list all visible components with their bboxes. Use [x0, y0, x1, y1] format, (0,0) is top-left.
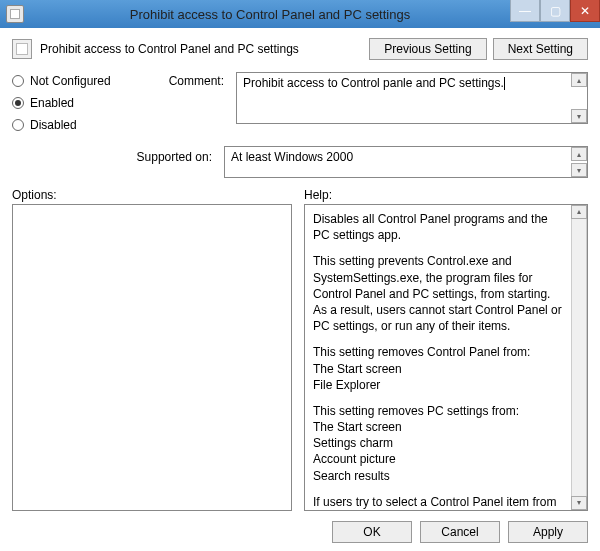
- radio-label: Disabled: [30, 118, 77, 132]
- scroll-down-icon[interactable]: ▾: [571, 109, 587, 123]
- options-panel: [12, 204, 292, 511]
- policy-title: Prohibit access to Control Panel and PC …: [40, 42, 361, 56]
- nav-buttons: Previous Setting Next Setting: [369, 38, 588, 60]
- policy-icon: [12, 39, 32, 59]
- help-text: This setting removes Control Panel from:…: [313, 344, 567, 393]
- window-icon: [6, 5, 24, 23]
- help-text: If users try to select a Control Panel i…: [313, 494, 567, 511]
- panels: Disables all Control Panel programs and …: [12, 204, 588, 511]
- supported-textarea: At least Windows 2000 ▴ ▾: [224, 146, 588, 178]
- radio-label: Enabled: [30, 96, 74, 110]
- help-text: This setting prevents Control.exe and Sy…: [313, 253, 567, 334]
- supported-text: At least Windows 2000: [231, 150, 353, 164]
- help-panel: Disables all Control Panel programs and …: [304, 204, 588, 511]
- radio-not-configured[interactable]: Not Configured: [12, 74, 132, 88]
- content: Prohibit access to Control Panel and PC …: [0, 28, 600, 551]
- panels-header: Options: Help:: [12, 188, 588, 202]
- next-setting-button[interactable]: Next Setting: [493, 38, 588, 60]
- radio-icon: [12, 97, 24, 109]
- previous-setting-button[interactable]: Previous Setting: [369, 38, 486, 60]
- supported-row: Supported on: At least Windows 2000 ▴ ▾: [12, 146, 588, 178]
- comment-textarea[interactable]: Prohibit access to Control panle and PC …: [236, 72, 588, 124]
- config-row: Not Configured Enabled Disabled Comment:…: [12, 72, 588, 140]
- scroll-up-icon[interactable]: ▴: [571, 147, 587, 161]
- help-label: Help:: [304, 188, 332, 202]
- header-row: Prohibit access to Control Panel and PC …: [12, 38, 588, 60]
- window-controls: — ▢ ✕: [510, 0, 600, 28]
- window-title: Prohibit access to Control Panel and PC …: [30, 7, 510, 22]
- apply-button[interactable]: Apply: [508, 521, 588, 543]
- supported-label: Supported on:: [12, 146, 212, 164]
- help-text: This setting removes PC settings from: T…: [313, 403, 567, 484]
- scrollbar[interactable]: [571, 219, 587, 496]
- minimize-button[interactable]: —: [510, 0, 540, 22]
- titlebar: Prohibit access to Control Panel and PC …: [0, 0, 600, 28]
- scroll-down-icon[interactable]: ▾: [571, 496, 587, 510]
- footer-buttons: OK Cancel Apply: [12, 511, 588, 543]
- radio-group: Not Configured Enabled Disabled: [12, 72, 132, 140]
- cancel-button[interactable]: Cancel: [420, 521, 500, 543]
- help-text: Disables all Control Panel programs and …: [313, 211, 567, 243]
- radio-label: Not Configured: [30, 74, 111, 88]
- scroll-up-icon[interactable]: ▴: [571, 73, 587, 87]
- options-label: Options:: [12, 188, 292, 202]
- radio-icon: [12, 119, 24, 131]
- text-cursor: [504, 77, 505, 90]
- ok-button[interactable]: OK: [332, 521, 412, 543]
- comment-text: Prohibit access to Control panle and PC …: [243, 76, 504, 90]
- radio-disabled[interactable]: Disabled: [12, 118, 132, 132]
- radio-icon: [12, 75, 24, 87]
- scroll-down-icon[interactable]: ▾: [571, 163, 587, 177]
- comment-label: Comment:: [144, 72, 224, 88]
- maximize-button[interactable]: ▢: [540, 0, 570, 22]
- close-button[interactable]: ✕: [570, 0, 600, 22]
- scroll-up-icon[interactable]: ▴: [571, 205, 587, 219]
- radio-enabled[interactable]: Enabled: [12, 96, 132, 110]
